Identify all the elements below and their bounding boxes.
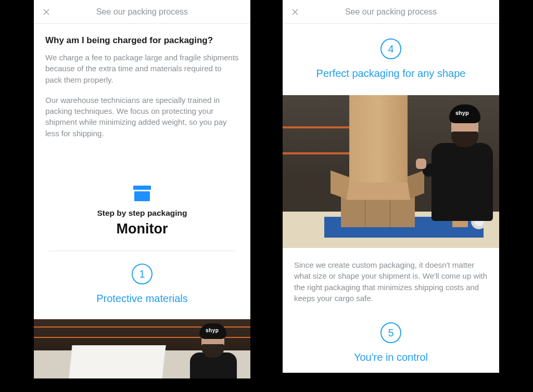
explanation-para-1: We charge a fee to package large and fra… (45, 52, 239, 85)
step-4-card: 4 Perfect packaging for any shape (283, 24, 499, 95)
phone-left: See our packing process Why am I being c… (34, 0, 250, 392)
warehouse-worker-illustration: shyp (179, 321, 241, 378)
explanation-block: Why am I being charged for packaging? We… (34, 24, 250, 139)
beanie-logo: shyp (206, 328, 219, 333)
header-title: See our packing process (96, 7, 188, 17)
step-5-title: You're in control (292, 351, 490, 363)
step-5-number: 5 (380, 322, 401, 343)
box-icon (133, 186, 151, 201)
step-4-title: Perfect packaging for any shape (292, 68, 490, 80)
explanation-para-2: Our warehouse technicians are specially … (45, 95, 239, 139)
step-1-photo: shyp (34, 319, 250, 378)
beanie-logo: shyp (455, 110, 469, 116)
phone-right: See our packing process 4 Perfect packag… (283, 0, 499, 392)
header-bar: See our packing process (34, 0, 250, 24)
step-1-number: 1 (132, 264, 153, 284)
header-title: See our packing process (345, 7, 437, 17)
step-5-card: 5 You're in control (283, 308, 499, 373)
close-icon[interactable] (290, 7, 300, 17)
step-intro-item: Monitor (45, 221, 239, 237)
step-4-description: Since we create custom packaging, it doe… (283, 248, 499, 308)
step-1-card: 1 Protective materials (34, 251, 250, 319)
step-4-photo: shyp (283, 95, 499, 248)
step-1-title: Protective materials (43, 293, 241, 305)
warehouse-worker-illustration: shyp (419, 104, 497, 224)
step-4-description-text: Since we create custom packaging, it doe… (294, 259, 488, 304)
close-icon[interactable] (41, 7, 52, 17)
header-bar: See our packing process (283, 0, 499, 24)
stage: See our packing process Why am I being c… (0, 0, 533, 392)
left-content: Why am I being charged for packaging? We… (34, 24, 250, 319)
step-intro-subtitle: Step by step packaging (45, 208, 239, 218)
step-4-number: 4 (380, 38, 401, 59)
step-intro: Step by step packaging Monitor (34, 148, 250, 251)
explanation-heading: Why am I being charged for packaging? (45, 35, 239, 46)
